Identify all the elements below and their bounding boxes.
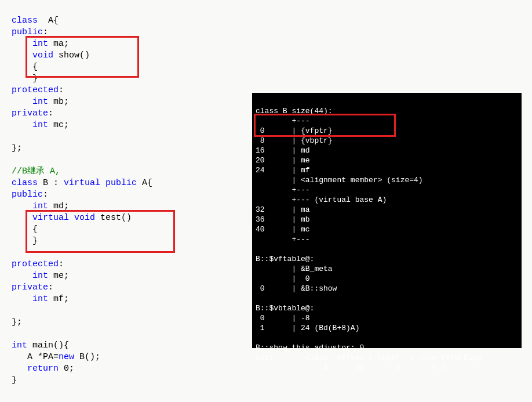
kw-return: return <box>27 364 59 374</box>
kw-public: public <box>105 178 137 188</box>
kw-protected: protected <box>12 85 59 95</box>
brace: } <box>12 375 17 385</box>
txt: A{ <box>38 16 59 26</box>
kw-int: int <box>12 341 27 350</box>
term-line: 8 | {vbptr} <box>256 136 333 145</box>
term-line: 40 | mc <box>256 225 310 234</box>
highlight-box-vptr <box>254 114 396 137</box>
txt: main(){ <box>27 341 69 350</box>
punct: : <box>59 85 64 95</box>
term-line: B::$vftable@: <box>256 255 314 263</box>
term-line: B::$vbtable@: <box>256 304 314 313</box>
kw-virtual: virtual <box>64 178 100 188</box>
term-line: +--- (virtual base A) <box>256 195 387 204</box>
term-line: +--- <box>256 235 310 244</box>
highlight-box-show <box>25 36 139 78</box>
kw-public: public <box>12 190 43 200</box>
term-line: 32 | ma <box>256 205 310 214</box>
punct: : <box>59 259 64 269</box>
kw-class: class <box>12 16 38 26</box>
kw-int: int <box>32 120 48 130</box>
txt: B : <box>38 178 64 188</box>
txt: mb; <box>48 97 69 107</box>
sp <box>100 178 105 188</box>
term-line: A 32 8 4 0 <box>256 363 446 372</box>
term-line: 24 | mf <box>256 166 310 175</box>
kw-int: int <box>32 97 48 107</box>
kw-class: class <box>12 178 38 188</box>
punct: : <box>48 108 53 118</box>
txt: mf; <box>48 294 69 304</box>
txt: 0; <box>59 364 74 374</box>
kw-private: private <box>12 108 48 118</box>
comment: //B继承 A, <box>12 166 60 176</box>
term-line: | <alignment member> (size=4) <box>256 176 423 184</box>
txt: A{ <box>137 178 152 188</box>
closebrace: }; <box>12 317 22 327</box>
highlight-box-test <box>25 210 175 253</box>
txt: A *PA= <box>12 352 59 362</box>
kw-int: int <box>32 271 48 281</box>
term-line: vbi: class offset o.vbptr o.vbte fVtorDi… <box>256 353 482 362</box>
term-line: B::show this adjustor: 0 <box>256 343 364 352</box>
txt: B(); <box>74 352 100 362</box>
kw-private: private <box>12 283 48 292</box>
closebrace: }; <box>12 143 22 153</box>
term-line: 1 | 24 (Bd(B+8)A) <box>256 324 359 332</box>
kw-new: new <box>59 352 74 362</box>
txt: mc; <box>48 120 69 130</box>
term-line: 0 | -8 <box>256 314 310 323</box>
term-line: 20 | me <box>256 156 310 165</box>
kw-protected: protected <box>12 259 59 269</box>
punct: : <box>43 190 48 200</box>
punct: : <box>48 283 53 292</box>
kw-int: int <box>32 294 48 304</box>
term-line: 0 | &B::show <box>256 284 337 293</box>
term-line: 36 | mb <box>256 215 310 224</box>
txt: me; <box>48 271 69 281</box>
txt <box>12 364 27 374</box>
term-line: | 0 <box>256 274 310 283</box>
term-line: +--- <box>256 186 310 194</box>
term-line: 16 | md <box>256 146 310 155</box>
term-line: | &B_meta <box>256 265 333 273</box>
